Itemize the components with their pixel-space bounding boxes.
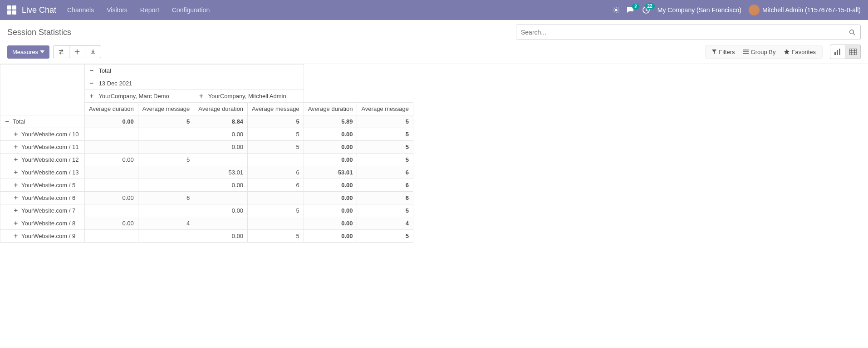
cell[interactable] <box>248 192 304 204</box>
pivot-view-button[interactable] <box>845 45 861 59</box>
cell[interactable] <box>194 217 248 230</box>
nav-link-configuration[interactable]: Configuration <box>172 6 210 14</box>
row-header[interactable]: +YourWebsite.com / 13 <box>0 166 85 179</box>
cell[interactable]: 0.00 <box>304 204 357 217</box>
cell[interactable] <box>138 204 194 217</box>
cell[interactable]: 0.00 <box>304 154 357 166</box>
nav-link-report[interactable]: Report <box>140 6 159 14</box>
filters-menu[interactable]: Filters <box>712 49 735 55</box>
cell[interactable]: 5 <box>357 128 413 141</box>
cell[interactable] <box>248 217 304 230</box>
cell[interactable]: 0.00 <box>85 192 138 204</box>
graph-view-button[interactable] <box>830 45 845 59</box>
row-header[interactable]: +YourWebsite.com / 12 <box>0 154 85 166</box>
flip-axis-button[interactable] <box>53 45 69 58</box>
cell[interactable]: 0.00 <box>304 128 357 141</box>
cell[interactable]: 0.00 <box>85 217 138 230</box>
cell[interactable] <box>138 141 194 154</box>
cell[interactable] <box>138 230 194 243</box>
row-header[interactable]: +YourWebsite.com / 9 <box>0 230 85 243</box>
col-header-date[interactable]: − 13 Dec 2021 <box>85 77 304 90</box>
messages-icon[interactable]: 2 <box>627 6 635 14</box>
expand-all-button[interactable] <box>69 45 85 58</box>
cell[interactable] <box>85 166 138 179</box>
cell[interactable] <box>194 192 248 204</box>
cell[interactable]: 0.00 <box>304 192 357 204</box>
activities-icon[interactable]: 22 <box>642 6 650 14</box>
cell[interactable]: 5 <box>357 154 413 166</box>
plus-icon[interactable]: + <box>89 93 94 99</box>
cell[interactable]: 5.89 <box>304 115 357 128</box>
cell[interactable] <box>194 154 248 166</box>
nav-link-visitors[interactable]: Visitors <box>107 6 128 14</box>
cell[interactable]: 0.00 <box>194 204 248 217</box>
cell[interactable] <box>85 230 138 243</box>
cell[interactable]: 6 <box>357 179 413 192</box>
cell[interactable]: 5 <box>138 115 194 128</box>
cell[interactable]: 0.00 <box>194 128 248 141</box>
plus-icon[interactable]: + <box>13 169 19 175</box>
search-input[interactable] <box>516 25 844 40</box>
measure-header[interactable]: Average duration <box>85 103 138 115</box>
cell[interactable]: 0.00 <box>304 179 357 192</box>
cell[interactable] <box>85 128 138 141</box>
measure-header[interactable]: Average message <box>248 103 304 115</box>
cell[interactable]: 0.00 <box>85 115 138 128</box>
cell[interactable]: 5 <box>248 230 304 243</box>
cell[interactable] <box>85 204 138 217</box>
plus-icon[interactable]: + <box>13 195 19 200</box>
cell[interactable]: 6 <box>138 192 194 204</box>
cell[interactable] <box>248 154 304 166</box>
cell[interactable]: 5 <box>248 141 304 154</box>
user-menu[interactable]: Mitchell Admin (11576767-15-0-all) <box>749 5 861 15</box>
minus-icon[interactable]: − <box>89 68 94 73</box>
measure-header[interactable]: Average message <box>138 103 194 115</box>
col-header-group2[interactable]: + YourCompany, Mitchell Admin <box>194 90 304 103</box>
cell[interactable]: 5 <box>248 204 304 217</box>
cell[interactable]: 0.00 <box>85 154 138 166</box>
cell[interactable]: 6 <box>248 166 304 179</box>
cell[interactable]: 5 <box>357 115 413 128</box>
cell[interactable]: 53.01 <box>194 166 248 179</box>
cell[interactable]: 6 <box>248 179 304 192</box>
measure-header[interactable]: Average duration <box>304 103 357 115</box>
apps-icon[interactable] <box>7 5 16 15</box>
cell[interactable]: 4 <box>138 217 194 230</box>
cell[interactable]: 0.00 <box>304 230 357 243</box>
cell[interactable]: 0.00 <box>194 179 248 192</box>
col-header-group1[interactable]: + YourCompany, Marc Demo <box>85 90 194 103</box>
plus-icon[interactable]: + <box>13 208 19 213</box>
plus-icon[interactable]: + <box>13 157 19 162</box>
row-header[interactable]: +YourWebsite.com / 8 <box>0 217 85 230</box>
groupby-menu[interactable]: Group By <box>743 49 776 55</box>
measure-header[interactable]: Average duration <box>194 103 248 115</box>
row-header[interactable]: +YourWebsite.com / 6 <box>0 192 85 204</box>
plus-icon[interactable]: + <box>198 93 204 99</box>
nav-link-channels[interactable]: Channels <box>67 6 94 14</box>
cell[interactable]: 5 <box>357 141 413 154</box>
cell[interactable]: 0.00 <box>304 141 357 154</box>
cell[interactable]: 5 <box>138 154 194 166</box>
cell[interactable] <box>138 179 194 192</box>
cell[interactable] <box>138 166 194 179</box>
row-header[interactable]: +YourWebsite.com / 5 <box>0 179 85 192</box>
app-brand[interactable]: Live Chat <box>22 5 56 15</box>
cell[interactable]: 53.01 <box>304 166 357 179</box>
cell[interactable]: 5 <box>357 230 413 243</box>
row-header[interactable]: −Total <box>0 115 85 128</box>
cell[interactable]: 5 <box>248 128 304 141</box>
cell[interactable]: 5 <box>357 204 413 217</box>
cell[interactable] <box>138 128 194 141</box>
cell[interactable]: 6 <box>357 192 413 204</box>
row-header[interactable]: +YourWebsite.com / 7 <box>0 204 85 217</box>
cell[interactable]: 0.00 <box>194 141 248 154</box>
cell[interactable]: 0.00 <box>304 217 357 230</box>
cell[interactable]: 5 <box>248 115 304 128</box>
company-selector[interactable]: My Company (San Francisco) <box>657 6 741 14</box>
search-button[interactable] <box>844 25 860 40</box>
col-header-total[interactable]: − Total <box>85 65 304 77</box>
debug-icon[interactable] <box>613 7 619 13</box>
cell[interactable]: 8.84 <box>194 115 248 128</box>
measures-button[interactable]: Measures <box>7 45 49 59</box>
minus-icon[interactable]: − <box>5 119 10 124</box>
